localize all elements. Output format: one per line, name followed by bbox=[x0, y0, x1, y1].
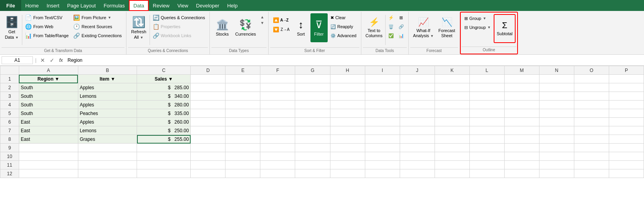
flash-fill-button[interactable]: ⚡ bbox=[386, 13, 396, 22]
col-header-p[interactable]: P bbox=[609, 66, 644, 75]
cell-c8[interactable]: $ 255.00 bbox=[137, 135, 191, 144]
what-if-analysis-button[interactable]: 📈 What-IfAnalysis ▼ bbox=[411, 13, 436, 42]
cell-h2[interactable] bbox=[330, 83, 365, 92]
cell-f8[interactable] bbox=[260, 135, 295, 144]
cell-b3[interactable]: Lemons bbox=[78, 92, 137, 101]
cell-a7[interactable]: East bbox=[19, 126, 78, 135]
cell-j8[interactable] bbox=[400, 135, 435, 144]
cell-e1[interactable] bbox=[225, 75, 260, 83]
cell-i1[interactable] bbox=[365, 75, 400, 83]
cell-h4[interactable] bbox=[330, 101, 365, 109]
cell-g3[interactable] bbox=[295, 92, 330, 101]
reapply-button[interactable]: 🔄 Reapply bbox=[328, 22, 359, 31]
cell-g8[interactable] bbox=[295, 135, 330, 144]
cell-o4[interactable] bbox=[574, 101, 609, 109]
cell-d8[interactable] bbox=[191, 135, 225, 144]
menu-developer[interactable]: Developer bbox=[192, 0, 223, 11]
remove-duplicates-button[interactable]: 🗑️ bbox=[386, 22, 396, 31]
col-header-o[interactable]: O bbox=[574, 66, 609, 75]
cell-k6[interactable] bbox=[435, 118, 469, 126]
cell-k1[interactable] bbox=[435, 75, 469, 83]
cell-k5[interactable] bbox=[435, 109, 469, 118]
cell-i8[interactable] bbox=[365, 135, 400, 144]
cell-k2[interactable] bbox=[435, 83, 469, 92]
cell-b7[interactable]: Lemons bbox=[78, 126, 137, 135]
cell-i6[interactable] bbox=[365, 118, 400, 126]
col-header-e[interactable]: E bbox=[225, 66, 260, 75]
confirm-edit-button[interactable]: ✓ bbox=[48, 56, 56, 64]
file-menu-button[interactable]: File bbox=[0, 0, 21, 11]
cell-m7[interactable] bbox=[504, 126, 539, 135]
cell-f6[interactable] bbox=[260, 118, 295, 126]
cell-k3[interactable] bbox=[435, 92, 469, 101]
filter-button[interactable]: ⊽ Filter bbox=[310, 13, 328, 42]
manage-model-button[interactable]: 📊 bbox=[397, 31, 406, 40]
cell-j6[interactable] bbox=[400, 118, 435, 126]
cell-f2[interactable] bbox=[260, 83, 295, 92]
cell-a2[interactable]: South bbox=[19, 83, 78, 92]
cell-m3[interactable] bbox=[504, 92, 539, 101]
cell-l3[interactable] bbox=[469, 92, 504, 101]
cell-c2[interactable]: $ 285.00 bbox=[137, 83, 191, 92]
menu-home[interactable]: Home bbox=[21, 0, 43, 11]
cell-f4[interactable] bbox=[260, 101, 295, 109]
menu-insert[interactable]: Insert bbox=[43, 0, 63, 11]
sort-button[interactable]: ↕️ Sort bbox=[292, 13, 310, 42]
menu-formulas[interactable]: Formulas bbox=[100, 0, 129, 11]
cell-l8[interactable] bbox=[469, 135, 504, 144]
cell-d6[interactable] bbox=[191, 118, 225, 126]
cell-p7[interactable] bbox=[609, 126, 644, 135]
cell-g5[interactable] bbox=[295, 109, 330, 118]
menu-review[interactable]: Review bbox=[149, 0, 173, 11]
cell-e5[interactable] bbox=[225, 109, 260, 118]
cell-h6[interactable] bbox=[330, 118, 365, 126]
cell-e7[interactable] bbox=[225, 126, 260, 135]
col-header-c[interactable]: C bbox=[137, 66, 191, 75]
col-header-l[interactable]: L bbox=[469, 66, 504, 75]
cell-b8[interactable]: Grapes bbox=[78, 135, 137, 144]
col-header-i[interactable]: I bbox=[365, 66, 400, 75]
currencies-button[interactable]: 💱 Currencies bbox=[233, 13, 258, 42]
cell-o5[interactable] bbox=[574, 109, 609, 118]
cell-l4[interactable] bbox=[469, 101, 504, 109]
cell-b1[interactable]: Item ▼ bbox=[78, 75, 137, 83]
cell-b2[interactable]: Apples bbox=[78, 83, 137, 92]
cell-d3[interactable] bbox=[191, 92, 225, 101]
sort-za-button[interactable]: 🔽 Z→A bbox=[271, 25, 292, 34]
from-picture-button[interactable]: 🖼️ From Picture ▼ bbox=[71, 13, 124, 22]
refresh-all-button[interactable]: 🔃 RefreshAll ▼ bbox=[129, 13, 149, 42]
queries-connections-button[interactable]: 🔄 Queries & Connections bbox=[151, 13, 207, 22]
cancel-edit-button[interactable]: ✕ bbox=[39, 56, 47, 64]
cell-h3[interactable] bbox=[330, 92, 365, 101]
get-data-button[interactable]: 🗄️ GetData ▼ bbox=[2, 13, 21, 42]
cell-i2[interactable] bbox=[365, 83, 400, 92]
cell-d4[interactable] bbox=[191, 101, 225, 109]
cell-k4[interactable] bbox=[435, 101, 469, 109]
cell-p3[interactable] bbox=[609, 92, 644, 101]
cell-d1[interactable] bbox=[191, 75, 225, 83]
cell-f7[interactable] bbox=[260, 126, 295, 135]
cell-h8[interactable] bbox=[330, 135, 365, 144]
from-web-button[interactable]: 🌐 From Web bbox=[23, 22, 70, 31]
cell-d5[interactable] bbox=[191, 109, 225, 118]
clear-button[interactable]: ✖ Clear bbox=[328, 13, 359, 22]
cell-h1[interactable] bbox=[330, 75, 365, 83]
cell-n8[interactable] bbox=[539, 135, 574, 144]
cell-g6[interactable] bbox=[295, 118, 330, 126]
cell-c6[interactable]: $ 260.00 bbox=[137, 118, 191, 126]
cell-n2[interactable] bbox=[539, 83, 574, 92]
cell-e3[interactable] bbox=[225, 92, 260, 101]
cell-g1[interactable] bbox=[295, 75, 330, 83]
stocks-button[interactable]: 🏛️ Stocks bbox=[212, 13, 233, 42]
col-header-h[interactable]: H bbox=[330, 66, 365, 75]
col-header-d[interactable]: D bbox=[191, 66, 225, 75]
cell-n4[interactable] bbox=[539, 101, 574, 109]
cell-a3[interactable]: South bbox=[19, 92, 78, 101]
consolidate-button[interactable]: ⊞ bbox=[397, 13, 406, 22]
cell-j5[interactable] bbox=[400, 109, 435, 118]
cell-i5[interactable] bbox=[365, 109, 400, 118]
cell-c7[interactable]: $ 250.00 bbox=[137, 126, 191, 135]
menu-page-layout[interactable]: Page Layout bbox=[63, 0, 100, 11]
cell-p1[interactable] bbox=[609, 75, 644, 83]
col-header-k[interactable]: K bbox=[435, 66, 469, 75]
